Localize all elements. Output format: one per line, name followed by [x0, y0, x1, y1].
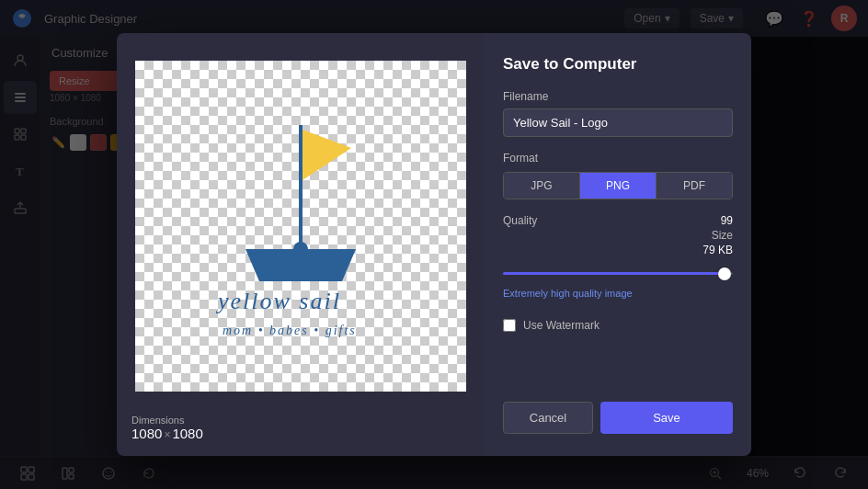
dimensions-title: Dimensions	[131, 415, 203, 426]
preview-image: yellow sail mom • babes • gifts	[135, 61, 466, 392]
modal-title: Save to Computer	[503, 55, 733, 74]
quality-slider-container	[503, 262, 733, 279]
quality-label: Quality	[503, 214, 537, 227]
svg-marker-23	[303, 130, 351, 180]
format-png-button[interactable]: PNG	[580, 173, 657, 199]
dim-width: 1080	[131, 426, 162, 441]
watermark-checkbox[interactable]	[503, 319, 516, 332]
svg-point-25	[293, 242, 308, 256]
modal-overlay: yellow sail mom • babes • gifts Dimensio…	[0, 0, 868, 489]
quality-value-and-size: 99 Size 79 KB	[702, 214, 733, 256]
modal-footer: Cancel Save	[503, 402, 733, 434]
size-value: 79 KB	[702, 244, 733, 256]
dimensions-value: 1080×1080	[131, 426, 203, 441]
filename-label: Filename	[503, 90, 733, 103]
cancel-button[interactable]: Cancel	[503, 402, 593, 434]
format-pdf-button[interactable]: PDF	[657, 173, 732, 199]
modal-container: yellow sail mom • babes • gifts Dimensio…	[117, 33, 751, 456]
watermark-row: Use Watermark	[503, 319, 733, 332]
format-jpg-button[interactable]: JPG	[504, 173, 580, 199]
preview-panel: yellow sail mom • babes • gifts Dimensio…	[117, 33, 485, 456]
format-label: Format	[503, 152, 733, 165]
quality-value: 99	[721, 214, 733, 227]
preview-image-wrapper: yellow sail mom • babes • gifts	[131, 48, 470, 404]
format-buttons: JPG PNG PDF	[503, 172, 733, 199]
high-quality-link[interactable]: Extremely high quality image	[503, 288, 633, 299]
quality-slider[interactable]	[503, 272, 733, 275]
svg-text:yellow  sail: yellow sail	[215, 288, 341, 314]
filename-input[interactable]	[503, 108, 733, 137]
svg-rect-22	[299, 125, 303, 244]
watermark-label: Use Watermark	[523, 319, 600, 332]
size-label: Size	[712, 229, 733, 242]
logo-content: yellow sail mom • babes • gifts	[135, 61, 466, 392]
quality-info-row: Quality 99 Size 79 KB	[503, 214, 733, 256]
dim-separator: ×	[164, 428, 170, 441]
dimensions-label: Dimensions 1080×1080	[131, 415, 203, 441]
save-to-computer-button[interactable]: Save	[600, 402, 733, 434]
svg-text:mom  •  babes  •  gifts: mom • babes • gifts	[223, 324, 357, 337]
settings-panel: Save to Computer Filename Format JPG PNG…	[485, 33, 751, 456]
dim-height: 1080	[172, 426, 202, 441]
